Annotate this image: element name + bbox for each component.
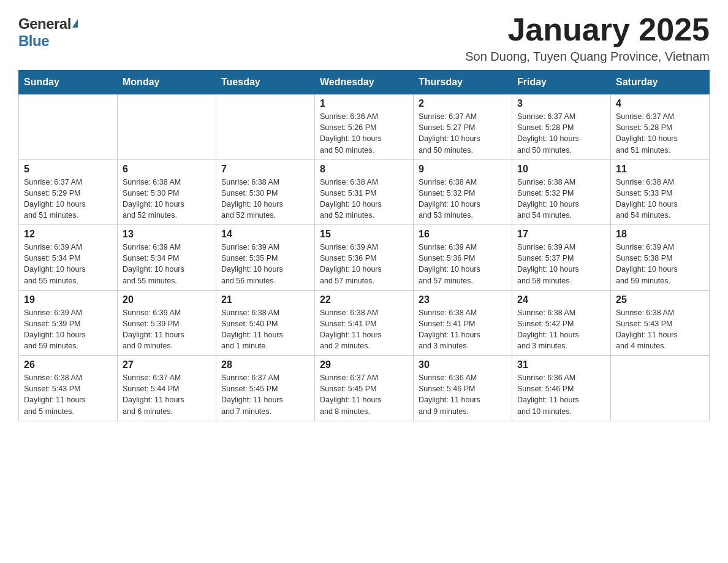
day-info: Sunrise: 6:39 AMSunset: 5:38 PMDaylight:… [616, 242, 704, 286]
day-number: 19 [24, 294, 112, 305]
day-number: 4 [616, 98, 704, 109]
day-info: Sunrise: 6:39 AMSunset: 5:39 PMDaylight:… [123, 307, 211, 352]
calendar-cell: 12Sunrise: 6:39 AMSunset: 5:34 PMDayligh… [19, 225, 118, 291]
month-year-title: January 2025 [465, 12, 710, 47]
day-info: Sunrise: 6:39 AMSunset: 5:39 PMDaylight:… [24, 307, 112, 352]
calendar-cell: 3Sunrise: 6:37 AMSunset: 5:28 PMDaylight… [512, 94, 611, 160]
weekday-header-friday: Friday [512, 71, 611, 94]
day-number: 13 [123, 229, 211, 240]
calendar-cell [611, 356, 710, 421]
day-number: 28 [221, 359, 309, 370]
calendar-cell: 16Sunrise: 6:39 AMSunset: 5:36 PMDayligh… [414, 225, 512, 291]
day-info: Sunrise: 6:38 AMSunset: 5:43 PMDaylight:… [616, 307, 704, 352]
day-number: 6 [123, 164, 211, 175]
day-number: 23 [419, 294, 507, 305]
day-info: Sunrise: 6:39 AMSunset: 5:35 PMDaylight:… [221, 242, 309, 286]
day-info: Sunrise: 6:36 AMSunset: 5:46 PMDaylight:… [419, 372, 507, 417]
day-number: 26 [24, 359, 112, 370]
calendar-cell [216, 94, 315, 160]
day-info: Sunrise: 6:37 AMSunset: 5:44 PMDaylight:… [123, 372, 211, 417]
day-info: Sunrise: 6:36 AMSunset: 5:46 PMDaylight:… [517, 372, 605, 417]
calendar-cell: 15Sunrise: 6:39 AMSunset: 5:36 PMDayligh… [315, 225, 414, 291]
day-info: Sunrise: 6:38 AMSunset: 5:41 PMDaylight:… [320, 307, 408, 352]
day-info: Sunrise: 6:38 AMSunset: 5:43 PMDaylight:… [24, 372, 112, 417]
calendar-cell [19, 94, 118, 160]
calendar-cell: 4Sunrise: 6:37 AMSunset: 5:28 PMDaylight… [611, 94, 710, 160]
day-number: 29 [320, 359, 408, 370]
day-number: 24 [517, 294, 605, 305]
calendar-cell: 10Sunrise: 6:38 AMSunset: 5:32 PMDayligh… [512, 159, 611, 225]
calendar-week-row: 26Sunrise: 6:38 AMSunset: 5:43 PMDayligh… [19, 356, 710, 421]
calendar-cell: 24Sunrise: 6:38 AMSunset: 5:42 PMDayligh… [512, 290, 611, 356]
day-number: 31 [517, 359, 605, 370]
calendar-cell: 28Sunrise: 6:37 AMSunset: 5:45 PMDayligh… [216, 356, 315, 421]
day-info: Sunrise: 6:38 AMSunset: 5:32 PMDaylight:… [517, 177, 605, 221]
day-info: Sunrise: 6:36 AMSunset: 5:26 PMDaylight:… [320, 111, 408, 156]
day-info: Sunrise: 6:38 AMSunset: 5:41 PMDaylight:… [419, 307, 507, 352]
day-info: Sunrise: 6:37 AMSunset: 5:28 PMDaylight:… [517, 111, 605, 156]
calendar-body: 1Sunrise: 6:36 AMSunset: 5:26 PMDaylight… [19, 94, 710, 421]
calendar-cell: 18Sunrise: 6:39 AMSunset: 5:38 PMDayligh… [611, 225, 710, 291]
logo-triangle-icon [72, 19, 78, 28]
day-number: 12 [24, 229, 112, 240]
calendar-week-row: 19Sunrise: 6:39 AMSunset: 5:39 PMDayligh… [19, 290, 710, 356]
weekday-header-wednesday: Wednesday [315, 71, 414, 94]
day-number: 18 [616, 229, 704, 240]
day-info: Sunrise: 6:39 AMSunset: 5:34 PMDaylight:… [24, 242, 112, 286]
calendar-table: SundayMondayTuesdayWednesdayThursdayFrid… [18, 70, 710, 421]
day-number: 9 [419, 164, 507, 175]
day-info: Sunrise: 6:38 AMSunset: 5:31 PMDaylight:… [320, 177, 408, 221]
day-number: 7 [221, 164, 309, 175]
day-number: 3 [517, 98, 605, 109]
day-info: Sunrise: 6:38 AMSunset: 5:30 PMDaylight:… [123, 177, 211, 221]
title-section: January 2025 Son Duong, Tuyen Quang Prov… [465, 12, 710, 64]
weekday-header-thursday: Thursday [414, 71, 512, 94]
calendar-cell: 11Sunrise: 6:38 AMSunset: 5:33 PMDayligh… [611, 159, 710, 225]
weekday-header-sunday: Sunday [19, 71, 118, 94]
calendar-cell: 1Sunrise: 6:36 AMSunset: 5:26 PMDaylight… [315, 94, 414, 160]
day-info: Sunrise: 6:39 AMSunset: 5:34 PMDaylight:… [123, 242, 211, 286]
calendar-cell: 22Sunrise: 6:38 AMSunset: 5:41 PMDayligh… [315, 290, 414, 356]
day-number: 2 [419, 98, 507, 109]
calendar-cell: 25Sunrise: 6:38 AMSunset: 5:43 PMDayligh… [611, 290, 710, 356]
calendar-cell: 19Sunrise: 6:39 AMSunset: 5:39 PMDayligh… [19, 290, 118, 356]
day-info: Sunrise: 6:38 AMSunset: 5:40 PMDaylight:… [221, 307, 309, 352]
day-info: Sunrise: 6:37 AMSunset: 5:45 PMDaylight:… [320, 372, 408, 417]
day-number: 21 [221, 294, 309, 305]
day-number: 17 [517, 229, 605, 240]
page-header: General Blue January 2025 Son Duong, Tuy… [18, 12, 710, 64]
calendar-cell: 31Sunrise: 6:36 AMSunset: 5:46 PMDayligh… [512, 356, 611, 421]
day-info: Sunrise: 6:39 AMSunset: 5:36 PMDaylight:… [320, 242, 408, 286]
day-info: Sunrise: 6:38 AMSunset: 5:32 PMDaylight:… [419, 177, 507, 221]
day-number: 8 [320, 164, 408, 175]
day-number: 10 [517, 164, 605, 175]
calendar-cell: 9Sunrise: 6:38 AMSunset: 5:32 PMDaylight… [414, 159, 512, 225]
calendar-cell: 27Sunrise: 6:37 AMSunset: 5:44 PMDayligh… [118, 356, 216, 421]
day-info: Sunrise: 6:37 AMSunset: 5:28 PMDaylight:… [616, 111, 704, 156]
day-info: Sunrise: 6:37 AMSunset: 5:27 PMDaylight:… [419, 111, 507, 156]
calendar-week-row: 12Sunrise: 6:39 AMSunset: 5:34 PMDayligh… [19, 225, 710, 291]
weekday-header-tuesday: Tuesday [216, 71, 315, 94]
calendar-cell: 20Sunrise: 6:39 AMSunset: 5:39 PMDayligh… [118, 290, 216, 356]
weekday-header-row: SundayMondayTuesdayWednesdayThursdayFrid… [19, 71, 710, 94]
day-number: 15 [320, 229, 408, 240]
day-number: 20 [123, 294, 211, 305]
calendar-cell: 13Sunrise: 6:39 AMSunset: 5:34 PMDayligh… [118, 225, 216, 291]
calendar-header: SundayMondayTuesdayWednesdayThursdayFrid… [19, 71, 710, 94]
day-info: Sunrise: 6:37 AMSunset: 5:45 PMDaylight:… [221, 372, 309, 417]
day-number: 27 [123, 359, 211, 370]
day-number: 30 [419, 359, 507, 370]
calendar-cell: 7Sunrise: 6:38 AMSunset: 5:30 PMDaylight… [216, 159, 315, 225]
weekday-header-saturday: Saturday [611, 71, 710, 94]
day-info: Sunrise: 6:38 AMSunset: 5:30 PMDaylight:… [221, 177, 309, 221]
calendar-cell: 17Sunrise: 6:39 AMSunset: 5:37 PMDayligh… [512, 225, 611, 291]
day-number: 22 [320, 294, 408, 305]
day-number: 5 [24, 164, 112, 175]
calendar-cell: 14Sunrise: 6:39 AMSunset: 5:35 PMDayligh… [216, 225, 315, 291]
logo-blue-text: Blue [18, 33, 49, 50]
weekday-header-monday: Monday [118, 71, 216, 94]
calendar-cell: 21Sunrise: 6:38 AMSunset: 5:40 PMDayligh… [216, 290, 315, 356]
day-info: Sunrise: 6:37 AMSunset: 5:29 PMDaylight:… [24, 177, 112, 221]
day-info: Sunrise: 6:38 AMSunset: 5:33 PMDaylight:… [616, 177, 704, 221]
calendar-cell: 29Sunrise: 6:37 AMSunset: 5:45 PMDayligh… [315, 356, 414, 421]
